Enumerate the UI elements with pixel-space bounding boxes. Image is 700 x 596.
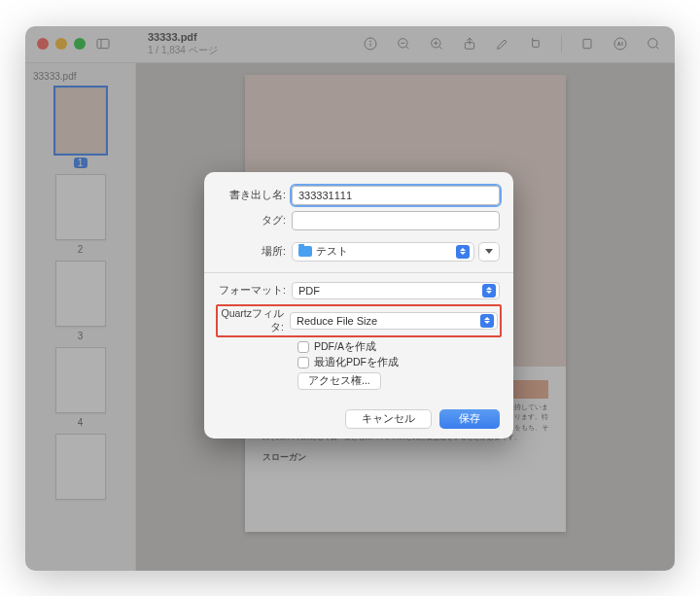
popup-arrows-icon [480,314,494,328]
quartz-filter-select[interactable]: Reduce File Size [290,312,498,330]
dialog-separator [204,272,513,273]
quartz-filter-highlight: Quartzフィルタ: Reduce File Size [216,304,502,337]
pdfa-checkbox[interactable] [298,341,309,353]
export-dialog: 書き出し名: タグ: 場所: テスト フォーマット: PDF [204,172,513,438]
linearized-checkbox[interactable] [298,357,309,368]
quartz-filter-value: Reduce File Size [297,315,377,327]
popup-arrows-icon [456,245,470,259]
folder-icon [298,246,312,257]
tags-label: タグ: [218,214,286,228]
save-button-label: 保存 [459,411,480,426]
cancel-button-label: キャンセル [362,411,415,426]
location-label: 場所: [218,245,286,259]
permissions-button[interactable]: アクセス権... [298,372,381,390]
cancel-button[interactable]: キャンセル [345,409,432,429]
save-button[interactable]: 保存 [439,409,500,429]
pdfa-label: PDF/Aを作成 [314,340,376,354]
format-select[interactable]: PDF [292,282,500,299]
expand-save-panel-button[interactable] [478,242,500,262]
quartz-filter-label: Quartzフィルタ: [218,307,284,334]
format-value: PDF [298,285,320,297]
location-popup[interactable]: テスト [292,242,474,262]
preview-window: 33333.pdf 1 / 1,834 ページ 33333.pdf 1 2 3 [25,26,675,571]
location-value: テスト [316,244,348,259]
linearized-label: 最適化PDFを作成 [314,356,399,369]
popup-arrows-icon [482,284,496,298]
tags-input[interactable] [292,211,500,230]
name-label: 書き出し名: [218,189,286,202]
format-label: フォーマット: [218,284,286,298]
export-name-input[interactable] [292,186,500,205]
permissions-button-label: アクセス権... [308,374,370,388]
